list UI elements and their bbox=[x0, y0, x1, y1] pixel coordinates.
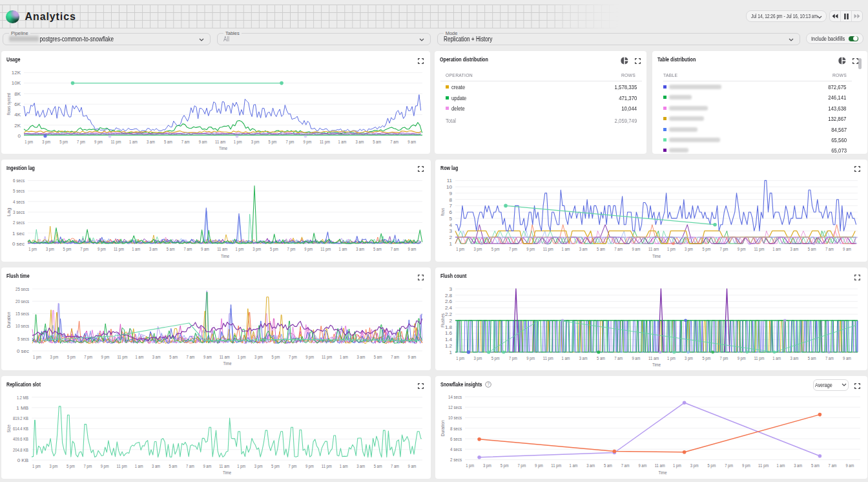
svg-text:1: 1 bbox=[450, 350, 453, 355]
svg-text:3 am: 3 am bbox=[356, 463, 365, 469]
svg-text:9 am: 9 am bbox=[408, 354, 417, 360]
svg-text:0: 0 bbox=[18, 133, 21, 139]
svg-text:5 pm: 5 pm bbox=[702, 355, 710, 361]
svg-text:5 am: 5 am bbox=[164, 139, 172, 145]
svg-text:9 pm: 9 pm bbox=[305, 463, 314, 469]
svg-text:5 pm: 5 pm bbox=[501, 463, 509, 468]
svg-text:5 am: 5 am bbox=[808, 355, 816, 361]
svg-text:Size: Size bbox=[6, 424, 12, 433]
svg-text:4 secs: 4 secs bbox=[450, 446, 462, 452]
svg-text:1 am: 1 am bbox=[129, 139, 138, 145]
svg-text:3: 3 bbox=[450, 228, 453, 234]
svg-text:7 pm: 7 pm bbox=[83, 463, 92, 469]
svg-text:1.2 MB: 1.2 MB bbox=[17, 395, 28, 401]
svg-text:0 sec: 0 sec bbox=[12, 240, 25, 246]
svg-text:5 pm: 5 pm bbox=[272, 354, 280, 360]
svg-text:3 am: 3 am bbox=[152, 354, 161, 360]
svg-text:5 am: 5 am bbox=[808, 246, 816, 252]
svg-text:2.4: 2.4 bbox=[445, 305, 453, 311]
svg-text:3 pm: 3 pm bbox=[483, 463, 491, 468]
svg-text:1 sec: 1 sec bbox=[12, 230, 25, 236]
svg-text:5 am: 5 am bbox=[597, 246, 605, 252]
svg-text:3 am: 3 am bbox=[147, 139, 155, 145]
svg-text:9: 9 bbox=[450, 190, 453, 196]
svg-text:1: 1 bbox=[450, 240, 453, 246]
svg-text:4: 4 bbox=[450, 222, 453, 227]
svg-text:3 pm: 3 pm bbox=[50, 463, 58, 469]
svg-text:7 pm: 7 pm bbox=[509, 355, 517, 361]
svg-text:9 pm: 9 pm bbox=[98, 246, 106, 252]
svg-text:7 am: 7 am bbox=[825, 355, 834, 361]
svg-text:3 am: 3 am bbox=[149, 246, 158, 252]
svg-text:1 pm: 1 pm bbox=[466, 463, 474, 468]
svg-text:7 am: 7 am bbox=[391, 246, 399, 252]
svg-text:204.8 KB: 204.8 KB bbox=[13, 447, 28, 453]
svg-text:3 am: 3 am bbox=[355, 139, 364, 145]
svg-text:7 am: 7 am bbox=[186, 463, 194, 469]
svg-text:3 am: 3 am bbox=[356, 354, 365, 360]
svg-text:2 secs: 2 secs bbox=[450, 457, 462, 463]
svg-text:7 am: 7 am bbox=[829, 463, 837, 468]
svg-text:11 pm: 11 pm bbox=[543, 355, 553, 361]
svg-text:7 pm: 7 pm bbox=[80, 246, 88, 252]
svg-text:11 pm: 11 pm bbox=[117, 463, 127, 469]
svg-text:11 pm: 11 pm bbox=[322, 354, 332, 360]
svg-text:1 pm: 1 pm bbox=[667, 355, 676, 361]
svg-text:9 am: 9 am bbox=[199, 139, 207, 145]
svg-text:5 pm: 5 pm bbox=[269, 139, 277, 145]
svg-text:3 pm: 3 pm bbox=[254, 354, 263, 360]
svg-text:5 am: 5 am bbox=[373, 139, 381, 145]
svg-text:7 pm: 7 pm bbox=[289, 463, 297, 469]
svg-text:11 pm: 11 pm bbox=[320, 246, 331, 252]
svg-text:Lag: Lag bbox=[6, 207, 12, 216]
svg-text:5 pm: 5 pm bbox=[67, 463, 75, 469]
svg-text:0 KB: 0 KB bbox=[17, 457, 28, 463]
svg-text:9 am: 9 am bbox=[201, 246, 209, 252]
svg-text:2: 2 bbox=[450, 318, 453, 324]
svg-text:1 pm: 1 pm bbox=[25, 139, 33, 145]
svg-text:1 am: 1 am bbox=[135, 463, 143, 469]
svg-text:11 am: 11 am bbox=[219, 463, 229, 469]
svg-text:9 pm: 9 pm bbox=[526, 246, 535, 252]
svg-text:9 am: 9 am bbox=[845, 463, 854, 468]
svg-text:1 am: 1 am bbox=[570, 463, 578, 468]
svg-text:Duration: Duration bbox=[440, 420, 446, 436]
svg-text:5 secs: 5 secs bbox=[17, 336, 29, 342]
svg-text:Time: Time bbox=[223, 361, 232, 366]
svg-text:5 pm: 5 pm bbox=[708, 463, 716, 468]
svg-text:1 am: 1 am bbox=[340, 463, 348, 469]
svg-text:3 pm: 3 pm bbox=[685, 355, 693, 361]
svg-text:5 am: 5 am bbox=[169, 463, 178, 469]
svg-text:7 pm: 7 pm bbox=[509, 246, 517, 252]
svg-text:5 am: 5 am bbox=[597, 355, 605, 361]
svg-text:6: 6 bbox=[450, 209, 453, 215]
svg-text:9 pm: 9 pm bbox=[304, 246, 313, 252]
svg-text:10 secs: 10 secs bbox=[16, 323, 29, 329]
svg-text:5 pm: 5 pm bbox=[271, 463, 280, 469]
svg-text:11 am: 11 am bbox=[648, 355, 659, 361]
svg-text:20 secs: 20 secs bbox=[16, 299, 29, 304]
svg-text:7 am: 7 am bbox=[621, 463, 630, 468]
svg-text:1 am: 1 am bbox=[772, 355, 781, 361]
svg-text:1 pm: 1 pm bbox=[234, 139, 242, 145]
svg-text:25 secs: 25 secs bbox=[16, 286, 29, 292]
svg-text:1.8: 1.8 bbox=[445, 324, 453, 330]
svg-text:7 am: 7 am bbox=[391, 354, 399, 360]
svg-text:11 pm: 11 pm bbox=[543, 246, 553, 252]
svg-text:1 am: 1 am bbox=[340, 354, 348, 360]
svg-text:9 am: 9 am bbox=[203, 463, 211, 469]
svg-text:2.8: 2.8 bbox=[445, 293, 453, 299]
svg-text:5: 5 bbox=[450, 215, 453, 221]
svg-text:7: 7 bbox=[450, 203, 453, 209]
svg-text:9 pm: 9 pm bbox=[94, 139, 103, 145]
svg-text:1 pm: 1 pm bbox=[28, 246, 37, 252]
svg-text:1 pm: 1 pm bbox=[667, 246, 676, 252]
svg-text:3 pm: 3 pm bbox=[685, 246, 693, 252]
svg-text:2: 2 bbox=[450, 235, 453, 240]
svg-text:6 secs: 6 secs bbox=[450, 436, 462, 442]
svg-text:12 secs: 12 secs bbox=[448, 404, 462, 410]
svg-text:10: 10 bbox=[446, 183, 452, 189]
svg-text:1 pm: 1 pm bbox=[237, 463, 245, 469]
svg-text:11: 11 bbox=[447, 178, 453, 183]
svg-text:5 pm: 5 pm bbox=[67, 354, 76, 360]
